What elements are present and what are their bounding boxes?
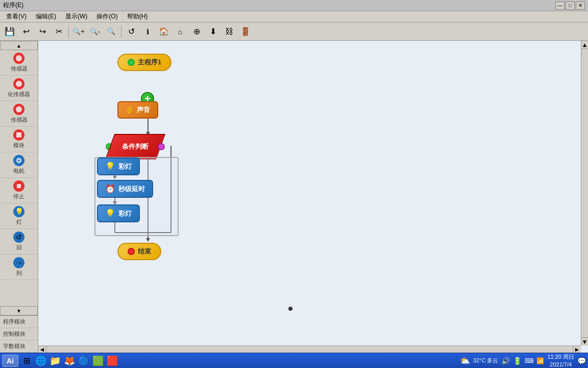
redo-button[interactable]: ↪	[35, 25, 50, 39]
sidebar-item-back[interactable]: ↺ 回	[0, 229, 38, 255]
menu-item-4[interactable]: 帮助(H)	[123, 11, 152, 22]
hscroll-left[interactable]: ◄	[38, 346, 46, 353]
back-label: 回	[16, 244, 22, 251]
download-button[interactable]: ⬇	[205, 25, 220, 39]
end-dot	[128, 248, 135, 255]
module1-icon	[13, 129, 24, 141]
minimize-button[interactable]: —	[555, 2, 565, 10]
condition-node[interactable]: 条件判断	[110, 134, 161, 159]
light1-icon: 💡	[105, 162, 115, 171]
menu-item-3[interactable]: 操作(O)	[92, 11, 121, 22]
keyboard-icon: ⌨	[525, 357, 533, 364]
info-button[interactable]: ℹ	[140, 25, 155, 39]
svg-marker-22	[146, 238, 150, 242]
sidebar-item-sensor1[interactable]: 传感器	[0, 50, 38, 76]
zoom-out-button[interactable]: 🔍-	[87, 25, 103, 39]
svg-point-2	[16, 106, 22, 112]
volume-icon: 🔊	[501, 357, 510, 365]
horizontal-scrollbar[interactable]: ◄ ►	[38, 346, 581, 353]
main-area: ▲ 传感器 化传感器 传感器	[0, 41, 588, 353]
svg-point-0	[16, 55, 22, 61]
taskbar-app4[interactable]: 🟥	[106, 355, 118, 367]
zoom-fit-button[interactable]: 🔍	[104, 25, 119, 39]
time-block: 11:20 周日 2021/7/4	[547, 353, 574, 368]
condition-diamond-wrap: 条件判断	[110, 134, 161, 159]
date-display: 2021/7/4	[547, 361, 574, 368]
taskbar-app2[interactable]: 🔵	[78, 355, 90, 367]
sidebar-item-sensor2[interactable]: 化传感器	[0, 76, 38, 101]
maximize-button[interactable]: □	[566, 2, 575, 10]
sensor1-label: 传感器	[11, 65, 28, 73]
menu-item-1[interactable]: 编辑(E)	[32, 11, 60, 22]
light1-node[interactable]: 💡 彩灯	[97, 157, 140, 175]
light1-node-label: 💡 彩灯	[97, 157, 140, 175]
sidebar-item-to[interactable]: → 到	[0, 255, 38, 280]
sidebar-item-module1[interactable]: 模块	[0, 127, 38, 152]
sidebar-word-module[interactable]: 字数模块	[0, 340, 38, 353]
end-node[interactable]: 结束	[117, 243, 161, 260]
module1-label: 模块	[13, 142, 24, 149]
link-button[interactable]: ⛓	[222, 25, 237, 39]
sensor3-label: 传感器	[11, 116, 28, 124]
stop-icon	[13, 180, 24, 192]
svg-rect-6	[17, 184, 21, 188]
home-button[interactable]: 🏠	[156, 25, 172, 39]
titlebar: 程序(E) — □ ✕	[0, 0, 588, 11]
network-icon: 📶	[536, 357, 544, 364]
save-button[interactable]: 💾	[2, 25, 17, 39]
start-node[interactable]: 主程序1	[117, 54, 172, 71]
sidebar-program-module[interactable]: 程序模块	[0, 316, 38, 328]
window-title: 程序(E)	[3, 1, 555, 10]
sound-node[interactable]: 👂 声音	[117, 101, 158, 119]
timer-icon: ⏰	[105, 184, 115, 194]
svg-point-1	[16, 81, 22, 87]
sidebar-scroll-down[interactable]: ▼	[0, 306, 38, 315]
light2-node-label: 💡 彩灯	[97, 204, 140, 222]
light-label: 灯	[16, 218, 22, 226]
sidebar-control-module[interactable]: 控制模块	[0, 328, 38, 340]
sidebar-item-motor[interactable]: 电机	[0, 152, 38, 178]
undo-button[interactable]: ↩	[18, 25, 34, 39]
upload-button[interactable]: ⌂	[173, 25, 188, 39]
window-controls: — □ ✕	[555, 2, 585, 10]
vertical-scrollbar[interactable]: ▲ ▼	[581, 41, 588, 346]
sidebar-scroll-up[interactable]: ▲	[0, 41, 38, 50]
vscroll-down[interactable]: ▼	[581, 337, 588, 346]
taskbar: Ai ⊞ 🌐 📁 🦊 🔵 🟩 🟥 ⛅ 32°C 多云 🔊 🔋 ⌨ 📶 11:20…	[0, 353, 588, 368]
sidebar: ▲ 传感器 化传感器 传感器	[0, 41, 38, 353]
vscroll-up[interactable]: ▲	[581, 41, 588, 49]
menu-item-2[interactable]: 显示(W)	[61, 11, 91, 22]
taskbar-app3[interactable]: 🟩	[92, 355, 104, 367]
cursor	[288, 307, 292, 311]
taskbar-app1[interactable]: 🦊	[63, 355, 76, 367]
menu-item-0[interactable]: 查看(V)	[2, 11, 31, 22]
taskbar-folder[interactable]: 📁	[49, 355, 61, 367]
condition-diamond: 条件判断	[105, 134, 165, 159]
notification-icon: 💬	[577, 357, 586, 365]
sidebar-item-light[interactable]: 💡 灯	[0, 203, 38, 229]
target-button[interactable]: ⊕	[189, 25, 204, 39]
start-node-label: 主程序1	[117, 54, 172, 71]
hscroll-right[interactable]: ►	[573, 346, 581, 353]
end-node-label: 结束	[117, 243, 161, 260]
light2-node[interactable]: 💡 彩灯	[97, 204, 140, 222]
export-button[interactable]: 🚪	[238, 25, 253, 39]
close-button[interactable]: ✕	[576, 2, 585, 10]
taskbar-show-desktop[interactable]: ⊞	[20, 355, 33, 367]
svg-point-5	[18, 159, 20, 162]
sidebar-item-stop[interactable]: 停止	[0, 178, 38, 203]
taskbar-ie[interactable]: 🌐	[35, 355, 47, 367]
sidebar-item-sensor3[interactable]: 传感器	[0, 101, 38, 127]
timer-node[interactable]: ⏰ 秒级延时	[97, 180, 153, 198]
toolbar-separator	[68, 26, 69, 38]
refresh-button[interactable]: ↺	[124, 25, 139, 39]
canvas-area[interactable]: 主程序1 + 👂 声音 条件判断 �	[38, 41, 588, 353]
zoom-in-button[interactable]: 🔍+	[71, 25, 86, 39]
motor-icon	[13, 155, 24, 166]
start-button[interactable]: Ai	[2, 355, 18, 367]
sidebar-bottom: 程序模块 控制模块 字数模块	[0, 315, 38, 353]
cut-button[interactable]: ✂	[51, 25, 66, 39]
flow-svg	[38, 41, 396, 353]
sensor3-icon	[13, 104, 24, 115]
light2-icon: 💡	[105, 209, 115, 218]
